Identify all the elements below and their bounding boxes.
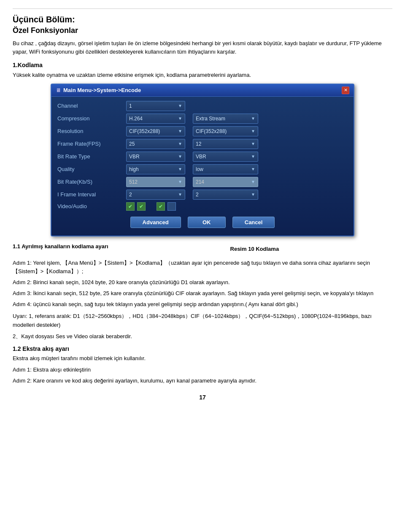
section1-2-body: Ekstra akış müşteri tarafını mobil izlem… [13,354,392,385]
ctrl-bitratetype-extra[interactable]: VBR ▼ [193,152,258,162]
chevron-down-icon: ▼ [251,116,255,121]
chapter-title: Üçüncü Bölüm: [13,15,392,24]
label-bitratetype: Bit Rate Type [57,153,123,160]
section1-2-heading: 1.2 Ekstra akış ayarı [13,345,392,352]
chevron-down-icon: ▼ [178,103,182,108]
chevron-down-icon: ▼ [178,129,182,133]
ctrl-extra-stream-label[interactable]: Extra Stream ▼ [193,114,258,124]
row-iframe: I Frame Interval 2 ▼ 2 ▼ [57,190,348,200]
section1-1-heading: 1.1 Ayrılmış kanalların kodlama ayarı [13,243,108,250]
dialog-body: Channel 1 ▼ Compression H.264 ▼ Extra St… [51,97,354,236]
step-3: Adım 3: İkinci kanalı seçin, 512 byte, 2… [13,289,392,298]
ctrl-quality-main[interactable]: high ▼ [126,164,185,174]
label-quality: Quality [57,166,123,172]
dialog-icon: 🖥 [56,87,61,93]
label-framerate: Frame Rate(FPS) [57,141,123,147]
row-bitrate: Bit Rate(Kb/S) 512 ▼ 214 ▼ [57,177,348,187]
note2-text: 2、Kayıt dosyası Ses ve Video olarak bera… [13,332,392,341]
chevron-down-icon: ▼ [178,192,182,197]
intro-text: Bu cihaz , çağdaş dizaynı, görsel işleti… [13,39,392,56]
dialog-titlebar: 🖥 Main Menu->System->Encode ✕ [51,84,354,97]
row-channel: Channel 1 ▼ [57,101,348,111]
label-channel: Channel [57,103,123,109]
figure-caption: Resim 10 Kodlama [117,246,392,252]
step-4: Adım 4: üçüncü kanalı seçin, sağ tuşu te… [13,300,392,309]
checkbox-video-main[interactable]: ✔ [126,202,135,211]
section1-2-sub: Ekstra akış müşteri tarafını mobil izlem… [13,354,392,363]
ctrl-iframe-extra[interactable]: 2 ▼ [193,190,258,200]
label-bitrate: Bit Rate(Kb/S) [57,179,123,185]
chevron-down-icon: ▼ [178,167,182,171]
row-bitratetype: Bit Rate Type VBR ▼ VBR ▼ [57,152,348,162]
chevron-down-icon: ▼ [251,129,255,133]
section1-heading: 1.Kodlama [13,62,392,68]
checkbox-area-extra: ✔ [157,202,176,211]
ctrl-bitrate-extra: 214 ▼ [193,177,258,187]
section1-sub: Yüksek kalite oynatma ve uzaktan izleme … [13,71,392,79]
chevron-down-icon: ▼ [251,141,255,146]
encode-dialog: 🖥 Main Menu->System->Encode ✕ Channel 1 … [51,84,354,236]
steps-section: Adım 1: Yerel işlem, 【Ana Menü】>【Sistem】… [13,259,392,309]
ctrl-bitrate-main: 512 ▼ [126,177,185,187]
ctrl-resolution-main[interactable]: CIF(352x288) ▼ [126,126,185,136]
advanced-button[interactable]: Advanced [130,217,181,228]
row-resolution: Resolution CIF(352x288) ▼ CIF(352x288) ▼ [57,126,348,136]
checkbox-video-extra[interactable]: ✔ [157,202,165,211]
checkbox-audio-main[interactable]: ✔ [137,202,146,211]
row-framerate: Frame Rate(FPS) 25 ▼ 12 ▼ [57,139,348,149]
cancel-button[interactable]: Cancel [232,217,275,228]
ctrl-channel-main[interactable]: 1 ▼ [126,101,185,111]
label-videoaudio: Video/Audio [57,203,123,209]
checkbox-area-main: ✔ ✔ [126,202,146,211]
page-number: 17 [13,394,392,401]
ctrl-framerate-main[interactable]: 25 ▼ [126,139,185,149]
chevron-down-icon: ▼ [251,192,255,197]
chevron-down-icon: ▼ [251,179,255,184]
row-compression: Compression H.264 ▼ Extra Stream ▼ [57,114,348,124]
ctrl-quality-extra[interactable]: low ▼ [193,164,258,174]
note-section: Uyarı: 1, referans aralık: D1（512~2560kb… [13,312,392,341]
chevron-down-icon: ▼ [178,116,182,121]
chevron-down-icon: ▼ [178,141,182,146]
dialog-close-button[interactable]: ✕ [342,87,349,94]
dialog-title: 🖥 Main Menu->System->Encode [56,87,141,93]
ok-button[interactable]: OK [188,217,226,228]
ctrl-resolution-extra[interactable]: CIF(352x288) ▼ [193,126,258,136]
dialog-buttons: Advanced OK Cancel [57,217,348,230]
chevron-down-icon: ▼ [251,167,255,171]
chevron-down-icon: ▼ [178,154,182,159]
row-videoaudio: Video/Audio ✔ ✔ ✔ [57,202,348,211]
step-2: Adım 2: Birinci kanalı seçin, 1024 byte,… [13,278,392,287]
label-compression: Compression [57,115,123,122]
ctrl-iframe-main[interactable]: 2 ▼ [126,190,185,200]
label-iframe: I Frame Interval [57,191,123,198]
dialog-wrapper: 🖥 Main Menu->System->Encode ✕ Channel 1 … [13,84,392,236]
ctrl-bitratetype-main[interactable]: VBR ▼ [126,152,185,162]
top-divider [13,8,392,9]
note-text: Uyarı: 1, referans aralık: D1（512~2560kb… [13,312,392,330]
step-extra1: Adım 1: Ekstra akışı etkinleştirin [13,366,392,375]
step-1: Adım 1: Yerel işlem, 【Ana Menü】>【Sistem】… [13,259,392,277]
step-extra2: Adım 2: Kare oranını ve kod akış değerin… [13,377,392,385]
label-resolution: Resolution [57,128,123,134]
chevron-down-icon: ▼ [251,154,255,159]
row-quality: Quality high ▼ low ▼ [57,164,348,174]
ctrl-framerate-extra[interactable]: 12 ▼ [193,139,258,149]
checkbox-audio-extra[interactable] [167,202,176,211]
ctrl-compression-main[interactable]: H.264 ▼ [126,114,185,124]
section-title: Özel Fonksiyonlar [13,26,392,35]
chevron-down-icon: ▼ [178,179,182,184]
